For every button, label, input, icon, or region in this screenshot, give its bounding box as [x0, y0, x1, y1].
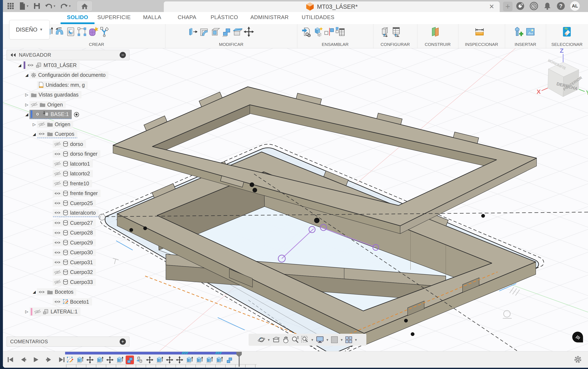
avatar[interactable]: AL	[570, 1, 580, 11]
tab-superficie[interactable]: SUPERFICIE	[97, 12, 131, 22]
tree-row-label[interactable]: Unidades: mm, g	[46, 82, 85, 88]
ribbon-group-label[interactable]: INSPECCIONAR	[458, 42, 505, 47]
timeline-skip-start-button[interactable]	[6, 355, 15, 364]
tree-row-origen[interactable]: ▷Origen	[7, 100, 66, 109]
tree-row-chip[interactable]: Cuerpo29	[53, 239, 96, 246]
tree-row-chip[interactable]: Vistas guardadas	[29, 91, 81, 98]
tree-row-dorso-finger[interactable]: dorso finger	[7, 149, 100, 159]
tree-row-chip[interactable]: Cuerpo28	[53, 229, 96, 236]
ribbon-group-label[interactable]: INSERTAR	[505, 42, 546, 47]
ribbon-group-label[interactable]: CONSTRUIR	[417, 42, 458, 47]
timeline-step-back-button[interactable]	[19, 355, 28, 364]
fillet-button[interactable]	[199, 26, 209, 38]
tree-row-chip[interactable]: dorso finger	[53, 150, 100, 157]
derive-button[interactable]	[99, 26, 109, 38]
tab-malla[interactable]: MALLA	[143, 12, 161, 22]
tree-row-chip[interactable]: Cuerpo32	[53, 268, 96, 276]
tree-row-chip[interactable]: Configuración del documento	[29, 72, 108, 79]
bom-button[interactable]	[335, 26, 345, 38]
split-button[interactable]	[232, 26, 243, 38]
tree-row-cuerpo25[interactable]: Cuerpo25	[7, 199, 96, 208]
ribbon-group-label[interactable]: CREAR	[28, 42, 165, 47]
tab-solido[interactable]: SOLIDO	[67, 12, 88, 22]
display-button[interactable]	[316, 336, 324, 343]
tree-expand-icon[interactable]: ▷	[24, 92, 29, 97]
tree-row-label[interactable]: latcorto1	[70, 161, 90, 167]
sketch-point-circle[interactable]	[99, 214, 105, 220]
tree-row-label[interactable]: Origen	[55, 121, 70, 127]
new-tab-button[interactable]: +	[503, 2, 512, 11]
tree-row-cuerpo27[interactable]: Cuerpo27	[7, 218, 96, 227]
activate-component-radio[interactable]	[74, 112, 79, 117]
combine-button[interactable]	[221, 26, 232, 38]
visibility-on-icon[interactable]	[54, 210, 61, 215]
home-button[interactable]	[77, 1, 92, 11]
tree-row-chip[interactable]: frente finger	[53, 190, 100, 197]
timeline-feature-sketch[interactable]	[66, 356, 74, 364]
tree-row-label[interactable]: Configuración del documento	[38, 72, 106, 78]
revolve-button[interactable]	[54, 26, 65, 38]
tree-row-chip[interactable]: dorso	[53, 141, 86, 148]
tree-row-frente10[interactable]: frente10	[7, 179, 92, 188]
close-icon[interactable]: ✕	[489, 3, 494, 10]
timeline-feature-combine-selected[interactable]	[126, 356, 134, 364]
visibility-on-icon[interactable]	[54, 260, 61, 265]
tree-row-cuerpos[interactable]: ◢Cuerpos	[7, 130, 77, 139]
visibility-on-icon[interactable]	[54, 240, 61, 245]
app-grid-button[interactable]	[7, 2, 15, 10]
tree-row-base-1[interactable]: ◢BASE:1	[7, 110, 79, 119]
comments-bar[interactable]: COMENTARIOS +	[7, 337, 129, 347]
ribbon-group-label[interactable]: ENSAMBLAR	[297, 42, 373, 47]
visibility-on-icon[interactable]	[54, 201, 61, 206]
tree-expand-icon[interactable]: ▷	[24, 309, 29, 314]
tree-row-chip[interactable]: Origen	[29, 101, 66, 108]
tab-plástico[interactable]: PLÁSTICO	[211, 12, 238, 22]
tree-row-label[interactable]: Bocetos	[55, 289, 73, 295]
visibility-on-icon[interactable]	[54, 152, 61, 156]
timeline-feature-copybody[interactable]	[136, 356, 144, 364]
tree-expand-icon[interactable]: ◢	[24, 112, 29, 117]
bolt-button[interactable]	[514, 26, 524, 38]
visibility-off-icon[interactable]	[34, 309, 41, 314]
tab-utilidades[interactable]: UTILIDADES	[302, 12, 334, 22]
timeline-feature-move[interactable]	[86, 356, 94, 364]
tree-row-label[interactable]: BASE:1	[51, 111, 69, 117]
tree-row-label[interactable]: frente10	[70, 181, 89, 187]
visibility-on-icon[interactable]	[54, 250, 61, 255]
tree-expand-icon[interactable]: ◢	[31, 132, 37, 137]
tree-row-label[interactable]: Boceto1	[70, 299, 89, 305]
fit-button[interactable]	[301, 336, 309, 344]
orbit-button[interactable]: +	[257, 336, 265, 343]
tree-row-label[interactable]: MT03_LÁSER	[44, 62, 77, 68]
visibility-off-icon[interactable]	[38, 122, 45, 127]
tree-expand-icon[interactable]: ▷	[31, 122, 37, 127]
move-button[interactable]	[244, 26, 254, 38]
pattern-button[interactable]	[77, 26, 87, 38]
tree-row-label[interactable]: dorso	[70, 141, 83, 147]
timeline-step-forward-button[interactable]	[44, 355, 53, 364]
tree-row-chip[interactable]: Cuerpo25	[53, 200, 96, 207]
tree-row-label[interactable]: Cuerpos	[55, 131, 74, 137]
tab-chapa[interactable]: CHAPA	[178, 12, 196, 22]
timeline-feature-move[interactable]	[176, 356, 184, 364]
tree-row-chip[interactable]: Cuerpo27	[53, 219, 96, 227]
chevron-down-icon[interactable]: ▼	[326, 338, 329, 342]
tree-row-label[interactable]: Cuerpo25	[70, 200, 93, 206]
tree-row-chip[interactable]: lateralcorto	[53, 209, 99, 217]
visibility-on-icon[interactable]	[54, 299, 61, 304]
tree-row-cuerpo30[interactable]: Cuerpo30	[7, 248, 96, 257]
tree-row-cuerpo29[interactable]: Cuerpo29	[7, 238, 96, 247]
timeline-feature-extrude[interactable]	[96, 356, 104, 364]
new-component-button[interactable]	[313, 26, 323, 38]
visibility-off-icon[interactable]	[54, 171, 61, 176]
tree-row-frente-finger[interactable]: frente finger	[7, 189, 100, 198]
timeline-play-button[interactable]	[31, 355, 41, 364]
timeline-ruler[interactable]	[66, 364, 257, 368]
insert-link-button[interactable]	[301, 26, 312, 38]
save-button[interactable]	[33, 2, 41, 10]
tree-row-dorso[interactable]: dorso	[7, 139, 86, 149]
add-comment-icon[interactable]: +	[120, 338, 126, 345]
document-tab[interactable]: MT03_LÁSER* ✕	[164, 1, 500, 12]
timeline-feature-move[interactable]	[166, 356, 174, 364]
viewports-button[interactable]	[345, 336, 353, 343]
